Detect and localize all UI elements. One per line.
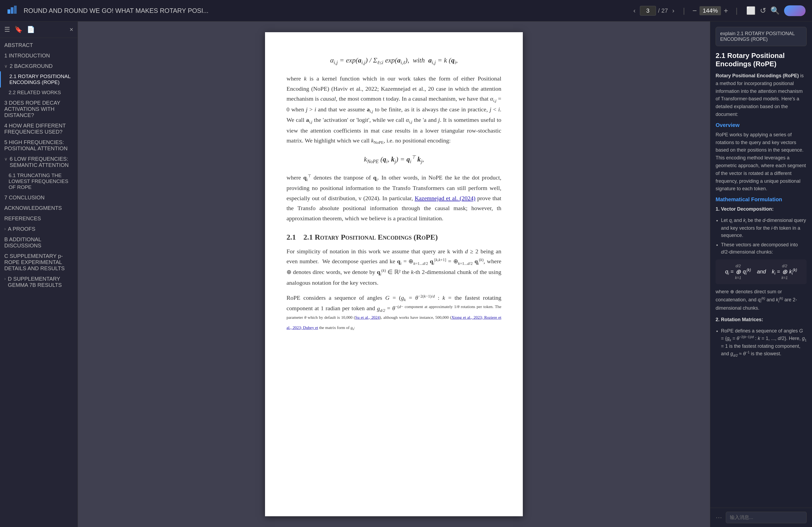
ai-math-label: Mathematical Formulation	[715, 196, 807, 202]
next-page-button[interactable]: ›	[670, 6, 677, 16]
citation-link-kazemnejad[interactable]: Kazemnejad et al. (2024)	[415, 195, 475, 201]
ai-step2-list: RoPE defines a sequence of angles G = {g…	[715, 327, 807, 358]
toggle-proofs[interactable]: ›	[4, 226, 6, 231]
pdf-paragraph-4: RoPE considers a sequence of angles G = …	[287, 293, 501, 334]
sidebar-item-frequencies[interactable]: 4 HOW ARE DIFFERENT FREQUENCIES USED?	[0, 120, 77, 137]
sidebar-item-label: REFERENCES	[4, 215, 41, 222]
page-icon[interactable]: 📄	[27, 26, 35, 33]
page-total: / 27	[658, 7, 668, 14]
zoom-in-button[interactable]: +	[723, 5, 729, 16]
formula-nope: kNoPE (qi, kj) = qi⊤ kj,	[287, 154, 501, 165]
ai-input-area: ⋯	[710, 508, 812, 527]
divider2: |	[736, 6, 738, 15]
sidebar-item-label: 7 CONCLUSION	[4, 195, 45, 201]
ai-section-title: 2.1 Rotary Positional Encodings (RoPE)	[715, 51, 807, 68]
ai-overview-label: Overview	[715, 122, 807, 128]
sidebar-item-label: ACKNOWLEDGMENTS	[4, 205, 62, 211]
ai-content: 2.1 Rotary Positional Encodings (RoPE) R…	[710, 51, 812, 508]
document-title: ROUND AND ROUND WE GO! WHAT MAKES ROTARY…	[24, 7, 627, 15]
ai-options-icon[interactable]: ⋯	[715, 514, 722, 521]
sidebar-item-truncating[interactable]: 6.1 TRUNCATING THE LOWEST FREQUENCIES OF…	[0, 170, 77, 192]
sidebar-item-rope[interactable]: 2.1 ROTARY POSITIONAL ENCODINGS (ROPE)	[0, 71, 77, 88]
sidebar-item-label: 1 INTRODUCTION	[4, 52, 50, 59]
ai-step1-list: Let qi and ki be the d-dimensional query…	[715, 217, 807, 256]
section-number: 2.1	[287, 233, 296, 241]
citation-su[interactable]: Su et al., 2024	[355, 315, 380, 320]
sidebar-item-supplementary[interactable]: C SUPPLEMENTARY p-ROPE EXPERIMENTAL DETA…	[0, 251, 77, 274]
citation-xiong[interactable]: Xiong et al., 2023; Roziere et al., 2023…	[287, 315, 501, 330]
ai-indicator	[784, 5, 806, 16]
sidebar-item-label: 3 DOES ROPE DECAY ACTIVATIONS WITH DISTA…	[4, 100, 73, 118]
formula-display: qi = d/2 ⊕ k=1 qi(k) and ki = d/2 ⊕ k=1	[725, 269, 797, 274]
bookmark-icon[interactable]: 🔖	[14, 26, 23, 33]
ai-list-item: Let qi and ki be the d-dimensional query…	[721, 217, 807, 239]
sidebar-item-label: D SUPPLEMENTARY GEMMA 7B RESULTS	[8, 276, 73, 288]
app-logo	[6, 4, 17, 17]
zoom-controls: − 144% +	[692, 5, 729, 16]
svg-rect-2	[14, 6, 17, 14]
sidebar-item-label: 2.2 RELATED WORKS	[9, 90, 61, 95]
section-title: 2.1 Rotary Positional Encodings (RoPE)	[303, 233, 438, 241]
sidebar-item-acknowledgments[interactable]: ACKNOWLEDGMENTS	[0, 203, 77, 213]
search-icon[interactable]: 🔍	[770, 6, 780, 15]
sidebar-item-abstract[interactable]: ABSTRACT	[0, 40, 77, 50]
main-content: ☰ 🔖 📄 × ABSTRACT 1 INTRODUCTION ∨ 2 BACK…	[0, 21, 812, 527]
sidebar-item-discussions[interactable]: B ADDITIONAL DISCUSSIONS	[0, 234, 77, 251]
table-of-contents: ABSTRACT 1 INTRODUCTION ∨ 2 BACKGROUND 2…	[0, 38, 77, 292]
sidebar-item-label: B ADDITIONAL DISCUSSIONS	[4, 236, 73, 249]
pdf-page: αi,j = exp(ai,j) / Σℓ≤i exp(ai,ℓ), with …	[265, 32, 523, 516]
zoom-out-button[interactable]: −	[692, 5, 698, 16]
svg-rect-1	[11, 7, 13, 14]
ai-step1-label: 1. Vector Decomposition:	[715, 205, 807, 213]
screenshot-icon[interactable]: ⬜	[746, 6, 756, 15]
sidebar-item-background[interactable]: ∨ 2 BACKGROUND	[0, 61, 77, 71]
prev-page-button[interactable]: ‹	[631, 6, 638, 16]
ai-list-item: These vectors are decomposed into d/2-di…	[721, 241, 807, 256]
sidebar-item-label: 6 LOW FREQUENCIES: SEMANTIC ATTENTION	[10, 156, 73, 168]
ai-intro-text: Rotary Positional Encodings (RoPE) is a …	[715, 72, 807, 118]
ai-list-item: RoPE defines a sequence of angles G = {g…	[721, 327, 807, 358]
sidebar: ☰ 🔖 📄 × ABSTRACT 1 INTRODUCTION ∨ 2 BACK…	[0, 21, 78, 527]
sidebar-item-conclusion[interactable]: 7 CONCLUSION	[0, 192, 77, 203]
pdf-paragraph-2: where qi⊤ denotes the tranpose of qi. In…	[287, 172, 501, 223]
sidebar-toolbar: ☰ 🔖 📄 ×	[0, 21, 77, 38]
sidebar-item-label: 2.1 ROTARY POSITIONAL ENCODINGS (ROPE)	[10, 74, 73, 85]
sidebar-item-label: 4 HOW ARE DIFFERENT FREQUENCIES USED?	[4, 123, 73, 135]
sidebar-item-related[interactable]: 2.2 RELATED WORKS	[0, 88, 77, 98]
sidebar-item-intro[interactable]: 1 INTRODUCTION	[0, 50, 77, 61]
ai-overview-text: RoPE works by applying a series of rotat…	[715, 131, 807, 193]
sidebar-close-button[interactable]: ×	[70, 26, 73, 33]
refresh-icon[interactable]: ↺	[760, 6, 766, 15]
zoom-level: 144%	[699, 6, 721, 15]
sidebar-item-decay[interactable]: 3 DOES ROPE DECAY ACTIVATIONS WITH DISTA…	[0, 98, 77, 120]
section-heading-rope: 2.1 2.1 Rotary Positional Encodings (RoP…	[287, 233, 501, 241]
sidebar-item-references[interactable]: REFERENCES	[0, 213, 77, 224]
toggle-gemma[interactable]: ›	[4, 276, 6, 281]
pdf-paragraph-1: where k is a kernel function which in ou…	[287, 74, 501, 146]
ai-formula-decomposition: qi = d/2 ⊕ k=1 qi(k) and ki = d/2 ⊕ k=1	[715, 259, 807, 284]
sidebar-item-gemma[interactable]: › D SUPPLEMENTARY GEMMA 7B RESULTS	[0, 274, 77, 290]
sidebar-item-label: C SUPPLEMENTARY p-ROPE EXPERIMENTAL DETA…	[4, 253, 73, 272]
sidebar-item-label: 6.1 TRUNCATING THE LOWEST FREQUENCIES OF…	[9, 172, 73, 190]
pdf-paragraph-3: For simplicity of notation in this work …	[287, 246, 501, 288]
svg-rect-0	[8, 10, 10, 14]
ai-query-box: explain 2.1 ROTARY POSITIONAL ENCODINGS …	[715, 27, 807, 46]
sidebar-item-low-freq[interactable]: ∨ 6 LOW FREQUENCIES: SEMANTIC ATTENTION	[0, 154, 77, 170]
sidebar-item-label: A PROOFS	[8, 226, 35, 232]
ai-intro-bold: Rotary Positional Encodings (RoPE)	[715, 73, 799, 78]
sidebar-item-high-freq[interactable]: 5 HIGH FREQUENCIES: POSITIONAL ATTENTION	[0, 137, 77, 154]
divider: |	[683, 6, 685, 15]
ai-message-input[interactable]	[726, 512, 807, 523]
ai-step2-label: 2. Rotation Matrices:	[715, 316, 807, 323]
toggle-low-freq[interactable]: ∨	[4, 156, 8, 162]
page-number-input[interactable]	[640, 6, 656, 16]
toggle-background[interactable]: ∨	[4, 64, 8, 69]
sidebar-item-proofs[interactable]: › A PROOFS	[0, 224, 77, 234]
topbar-icons: ⬜ ↺ 🔍	[746, 6, 780, 15]
ai-intro-rest: is a method for incorporating positional…	[715, 73, 804, 117]
pdf-viewer[interactable]: αi,j = exp(ai,j) / Σℓ≤i exp(ai,ℓ), with …	[78, 21, 710, 527]
toc-icon[interactable]: ☰	[4, 26, 10, 33]
sidebar-item-label: 2 BACKGROUND	[10, 63, 53, 69]
sidebar-item-label: 5 HIGH FREQUENCIES: POSITIONAL ATTENTION	[4, 139, 73, 152]
nav-controls: ‹ / 27 ›	[631, 6, 677, 16]
